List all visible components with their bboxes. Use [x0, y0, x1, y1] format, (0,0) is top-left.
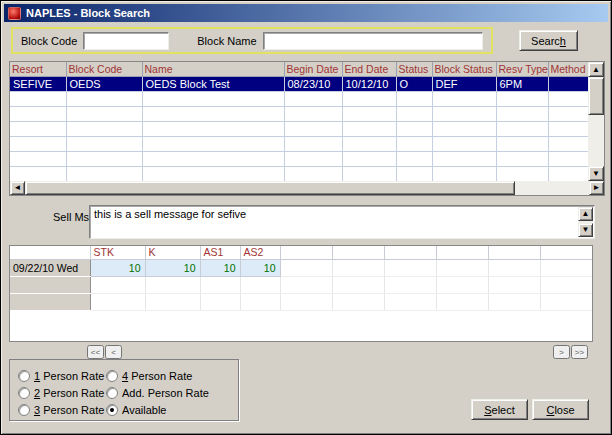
rate-column-as2: AS2 [240, 246, 280, 259]
scroll-left-button[interactable]: ◄ [10, 181, 25, 195]
radio-icon [106, 404, 118, 416]
results-table: Resort Block Code Name Begin Date End Da… [10, 62, 589, 182]
block-code-input[interactable] [83, 32, 169, 50]
radio-4-person-rate[interactable]: 4 Person Rate [106, 367, 238, 384]
sell-scroll-down-button[interactable]: ▼ [578, 223, 593, 237]
cell-name: OEDS Block Test [142, 76, 284, 91]
column-header-resort: Resort [10, 62, 66, 76]
close-button[interactable]: Close [532, 399, 589, 420]
rate-grid-header-row: STK K AS1 AS2 [10, 246, 592, 259]
table-row-selected[interactable]: SEFIVE OEDS OEDS Block Test 08/23/10 10/… [10, 76, 588, 91]
sell-scroll-up-button[interactable]: ▲ [578, 207, 593, 221]
title-bar[interactable]: NAPLES - Block Search [4, 4, 608, 22]
cell-block-status: DEF [432, 76, 496, 91]
rate-row[interactable]: 09/22/10 Wed 10 10 10 10 [10, 259, 592, 276]
up-arrow-icon: ▲ [592, 65, 600, 74]
results-table-area: Resort Block Code Name Begin Date End Da… [9, 61, 605, 196]
rate-value-stk[interactable]: 10 [90, 259, 145, 276]
column-header-method: Method [548, 62, 588, 76]
right-arrow-icon: ► [593, 183, 601, 192]
rate-row-empty [10, 293, 592, 310]
table-row-empty[interactable] [10, 106, 588, 121]
block-name-label: Block Name [197, 35, 256, 47]
radio-label: 1 Person Rate [34, 370, 104, 382]
radio-available[interactable]: Available [106, 401, 238, 418]
sell-msg-scrollbar[interactable]: ▲ ▼ [578, 207, 593, 237]
column-header-name: Name [142, 62, 284, 76]
rate-options-group: 1 Person Rate 4 Person Rate 2 Person Rat… [9, 359, 239, 421]
cell-method [548, 76, 588, 91]
rate-row-empty [10, 276, 592, 293]
vertical-scroll-thumb[interactable] [588, 77, 604, 115]
radio-icon [18, 370, 30, 382]
radio-label: Add. Person Rate [122, 387, 209, 399]
rate-row-date: 09/22/10 Wed [10, 259, 90, 276]
pager-last-button[interactable]: >> [571, 345, 588, 359]
scroll-right-button[interactable]: ► [589, 181, 604, 195]
table-row-empty[interactable] [10, 166, 588, 181]
pager-first-button[interactable]: << [87, 345, 104, 359]
radio-add-person-rate[interactable]: Add. Person Rate [106, 384, 238, 401]
search-button[interactable]: Search [519, 30, 578, 51]
column-header-block-code: Block Code [66, 62, 142, 76]
left-arrow-icon: ◄ [14, 183, 22, 192]
column-header-end-date: End Date [342, 62, 396, 76]
down-arrow-icon: ▼ [592, 169, 600, 178]
block-name-input[interactable] [263, 32, 483, 50]
rate-column-stk: STK [90, 246, 145, 259]
results-body: SEFIVE OEDS OEDS Block Test 08/23/10 10/… [10, 76, 588, 181]
cell-resv-type: 6PM [496, 76, 548, 91]
radio-label: Available [122, 404, 166, 416]
results-header-row: Resort Block Code Name Begin Date End Da… [10, 62, 588, 76]
sell-msg-textarea[interactable]: this is a sell message for sefive ▲ ▼ [89, 205, 595, 239]
radio-icon [106, 370, 118, 382]
results-vertical-scrollbar[interactable]: ▲ ▼ [588, 62, 604, 181]
table-row-empty[interactable] [10, 121, 588, 136]
radio-icon [18, 387, 30, 399]
app-icon [8, 7, 21, 20]
rate-grid-body: 09/22/10 Wed 10 10 10 10 [10, 259, 592, 310]
cell-end-date: 10/12/10 [342, 76, 396, 91]
radio-icon [106, 387, 118, 399]
block-code-label: Block Code [21, 35, 77, 47]
block-search-window: NAPLES - Block Search Block Code Block N… [0, 0, 612, 435]
radio-3-person-rate[interactable]: 3 Person Rate [18, 401, 106, 418]
cell-begin-date: 08/23/10 [284, 76, 342, 91]
column-header-begin-date: Begin Date [284, 62, 342, 76]
window-title: NAPLES - Block Search [26, 7, 150, 19]
rate-value-as2[interactable]: 10 [240, 259, 280, 276]
rate-corner-cell [10, 246, 90, 259]
search-panel: Block Code Block Name [11, 27, 493, 54]
rate-column-k: K [145, 246, 200, 259]
radio-1-person-rate[interactable]: 1 Person Rate [18, 367, 106, 384]
rate-grid: STK K AS1 AS2 09/22/10 Wed 10 10 10 10 [9, 245, 593, 342]
radio-label: 3 Person Rate [34, 404, 104, 416]
table-row-empty[interactable] [10, 151, 588, 166]
pager-prev-button[interactable]: < [105, 345, 122, 359]
table-row-empty[interactable] [10, 136, 588, 151]
scroll-down-button[interactable]: ▼ [588, 166, 604, 181]
sell-msg-text: this is a sell message for sefive [94, 208, 246, 220]
column-header-resv-type: Resv Type [496, 62, 548, 76]
radio-2-person-rate[interactable]: 2 Person Rate [18, 384, 106, 401]
cell-resort: SEFIVE [10, 76, 66, 91]
results-horizontal-scrollbar[interactable]: ◄ ► [10, 181, 604, 195]
rate-value-as1[interactable]: 10 [200, 259, 240, 276]
rate-value-k[interactable]: 10 [145, 259, 200, 276]
cell-block-code: OEDS [66, 76, 142, 91]
rate-column-as1: AS1 [200, 246, 240, 259]
down-arrow-icon: ▼ [582, 225, 590, 234]
radio-label: 2 Person Rate [34, 387, 104, 399]
up-arrow-icon: ▲ [582, 209, 590, 218]
radio-icon [18, 404, 30, 416]
column-header-block-status: Block Status [432, 62, 496, 76]
cell-status: O [396, 76, 432, 91]
pager-next-button[interactable]: > [553, 345, 570, 359]
select-button[interactable]: Select [471, 399, 528, 420]
table-row-empty[interactable] [10, 91, 588, 106]
horizontal-scroll-thumb[interactable] [25, 181, 515, 195]
radio-label: 4 Person Rate [122, 370, 192, 382]
column-header-status: Status [396, 62, 432, 76]
scroll-up-button[interactable]: ▲ [588, 62, 604, 77]
